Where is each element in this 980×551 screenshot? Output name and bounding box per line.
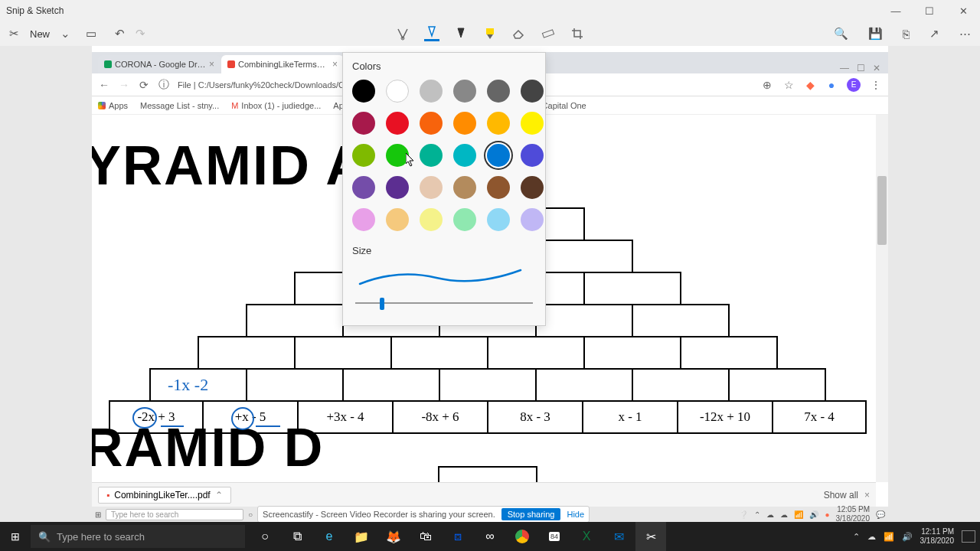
cortana-icon[interactable]: ○ [250,522,280,551]
chevron-up-icon[interactable]: ⌃ [215,490,223,500]
color-swatch[interactable] [420,144,443,167]
undo-icon[interactable]: ↶ [112,24,128,44]
new-dropdown-icon[interactable]: ⌄ [57,24,74,44]
size-slider[interactable] [355,302,533,304]
ballpoint-pen-icon[interactable] [424,26,439,41]
highlighter-icon[interactable] [482,26,498,41]
close-button[interactable]: ✕ [952,3,974,18]
color-swatch[interactable] [352,112,375,135]
browser-tab[interactable]: CORONA - Google Drive × [98,55,220,73]
share-icon[interactable]: ↗ [926,24,942,44]
show-all-button[interactable]: Show all [824,490,858,500]
color-swatch[interactable] [420,208,443,231]
chrome-icon[interactable] [507,522,537,551]
reload-icon[interactable]: ⟳ [138,79,150,91]
inner-clock[interactable]: 12:05 PM 3/18/2020 [836,505,871,522]
color-swatch[interactable] [521,208,544,231]
excel-icon[interactable]: X [571,522,602,551]
snip-sketch-app-icon[interactable]: ✂ [635,522,666,551]
task-view-icon[interactable]: ⧉ [282,522,312,551]
wifi-icon[interactable]: 📶 [794,510,803,519]
inner-maximize-icon[interactable]: ☐ [857,63,865,73]
color-swatch[interactable] [487,112,510,135]
more-icon[interactable]: ⋯ [956,24,974,44]
dropbox-icon[interactable]: ⧈ [443,522,473,551]
apps-bookmark[interactable]: Apps [98,101,128,110]
bookmark-item[interactable]: Message List - stny... [140,101,219,110]
pencil-icon[interactable] [453,26,469,41]
color-swatch[interactable] [521,176,544,199]
menu-icon[interactable]: ⋮ [870,79,882,91]
color-swatch[interactable] [352,176,375,199]
volume-icon[interactable]: 🔊 [809,510,818,519]
browser-tab[interactable]: CombiningLikeTermsActivityPyra × [221,55,344,73]
color-swatch[interactable] [487,176,510,199]
color-swatch[interactable] [352,80,375,103]
color-swatch[interactable] [420,176,443,199]
mail-icon[interactable]: ✉ [603,522,634,551]
extension2-icon[interactable]: ● [825,79,838,91]
maximize-button[interactable]: ☐ [919,3,940,18]
open-icon[interactable]: ▭ [83,24,100,44]
tab-close-icon[interactable]: × [209,59,214,70]
search-input[interactable]: 🔍 Type here to search [31,525,245,548]
zoom-indicator-icon[interactable]: ⊕ [761,79,773,91]
inner-minimize-icon[interactable]: — [840,63,849,73]
color-swatch[interactable] [386,208,409,231]
system-clock[interactable]: 12:11 PM 3/18/2020 [920,527,955,546]
crop-icon[interactable] [570,26,585,41]
volume-icon[interactable]: 🔊 [902,532,913,542]
cloud-icon[interactable]: ☁ [766,510,774,519]
color-swatch[interactable] [487,80,510,103]
stop-sharing-button[interactable]: Stop sharing [501,508,561,520]
edge-icon[interactable]: e [314,522,345,551]
color-swatch[interactable] [521,80,544,103]
wifi-icon[interactable]: 📶 [884,532,894,542]
tray-chevron-icon[interactable]: ⌃ [853,532,860,542]
color-swatch[interactable] [352,144,375,167]
file-explorer-icon[interactable]: 📁 [346,522,377,551]
eraser-icon[interactable] [511,26,527,41]
start-button[interactable]: ⊞ [0,522,31,551]
color-swatch[interactable] [487,208,510,231]
download-item[interactable]: ▪ CombiningLikeTer....pdf ⌃ [98,487,231,504]
color-swatch[interactable] [453,144,476,167]
notification-icon[interactable]: 💬 [876,510,885,519]
zoom-icon[interactable]: 🔍 [831,24,851,44]
download-close-icon[interactable]: × [864,490,870,500]
color-swatch[interactable] [521,144,544,167]
calendar-icon[interactable]: 84 [539,522,570,551]
star-icon[interactable]: ☆ [782,79,795,91]
bookmark-item[interactable]: MInbox (1) - judiedge... [231,101,321,110]
color-swatch[interactable] [521,112,544,135]
vertical-scrollbar[interactable] [876,115,888,482]
extension-icon[interactable]: ◆ [804,79,816,91]
inner-close-icon[interactable]: ✕ [873,63,880,73]
color-swatch[interactable] [386,176,409,199]
touch-writing-icon[interactable] [395,26,410,41]
onedrive-icon[interactable]: ☁ [780,510,788,519]
inner-search-input[interactable]: Type here to search [106,509,243,520]
new-button[interactable]: New [27,27,53,41]
cortana-icon[interactable]: ○ [248,510,253,519]
recording-icon[interactable]: ● [825,510,829,519]
help-icon[interactable]: ❔ [739,510,748,519]
color-swatch[interactable] [386,80,409,103]
copy-icon[interactable]: ⎘ [900,24,913,44]
redo-icon[interactable]: ↷ [132,24,149,44]
save-icon[interactable]: 💾 [865,24,886,44]
color-swatch[interactable] [453,208,476,231]
store-icon[interactable]: 🛍 [410,522,441,551]
profile-avatar[interactable]: E [847,78,861,92]
color-swatch[interactable] [420,112,443,135]
tray-chevron-icon[interactable]: ⌃ [754,510,760,519]
minimize-button[interactable]: — [885,3,906,18]
color-swatch[interactable] [386,112,409,135]
ruler-icon[interactable] [541,26,556,41]
color-swatch[interactable] [453,176,476,199]
app-icon[interactable]: ∞ [475,522,505,551]
action-center-icon[interactable] [962,530,975,543]
color-swatch[interactable] [352,208,375,231]
color-swatch[interactable] [420,80,443,103]
forward-icon[interactable]: → [118,79,130,91]
